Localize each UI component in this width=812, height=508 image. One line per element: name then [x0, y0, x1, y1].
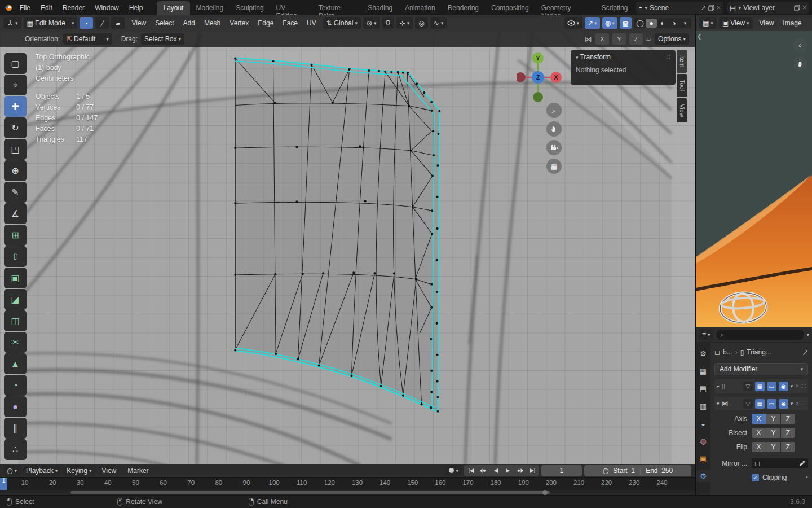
image-editor-type-button[interactable]: ▦▾: [699, 17, 717, 29]
pivot-point-selector[interactable]: ⊙▾: [363, 17, 380, 29]
camera-view-icon[interactable]: [546, 140, 562, 155]
tool-button-poly-build[interactable]: ▲: [4, 353, 27, 374]
edit-mode-display-toggle[interactable]: ▽: [743, 399, 753, 409]
end-frame-field[interactable]: End 250: [646, 467, 673, 475]
mirror-object-field[interactable]: ◻: [752, 458, 808, 468]
transform-panel-collapse[interactable]: ▾ Transform: [576, 53, 611, 61]
tool-button-annotate[interactable]: ✎: [4, 182, 27, 203]
workspace-tab[interactable]: UV Editing: [270, 1, 312, 15]
material-shading-button[interactable]: ◐: [657, 19, 668, 28]
properties-options-dropdown[interactable]: ▾: [806, 332, 809, 338]
scrollbar-thumb[interactable]: [70, 491, 550, 494]
scrollbar-knob[interactable]: [542, 490, 548, 495]
flip-x-button[interactable]: X: [752, 442, 766, 452]
realtime-display-toggle[interactable]: ▭: [767, 399, 776, 409]
workspace-tab[interactable]: Sculpting: [230, 1, 270, 15]
properties-search-input[interactable]: ⌕: [716, 330, 805, 340]
shading-dropdown[interactable]: ▾: [679, 20, 691, 27]
topbar-menu[interactable]: Window: [90, 2, 124, 14]
snap-settings[interactable]: ⊹▾: [396, 17, 413, 29]
viewport-menu[interactable]: Mesh: [200, 17, 225, 29]
tool-button-extrude-region[interactable]: ⇧: [4, 246, 27, 267]
keying-menu[interactable]: Keying▾: [63, 465, 95, 476]
tool-button-knife[interactable]: ✂: [4, 332, 27, 353]
play-button[interactable]: [502, 466, 514, 476]
rendered-shading-button[interactable]: ◑: [668, 19, 679, 28]
tool-button-scale[interactable]: ◳: [4, 139, 27, 160]
panel-resize-arrow-icon[interactable]: ❮: [697, 33, 701, 40]
remove-viewlayer-icon[interactable]: ×: [802, 4, 806, 12]
current-frame-field[interactable]: 1: [541, 465, 582, 476]
timeline-marker-menu[interactable]: Marker: [123, 465, 153, 476]
proportional-editing-toggle[interactable]: ◎: [415, 17, 427, 29]
tool-button-bevel[interactable]: ◪: [4, 289, 27, 310]
sidebar-tab[interactable]: Tool: [677, 74, 687, 97]
collapse-icon[interactable]: ▾: [717, 401, 720, 406]
tool-button-rotate[interactable]: ↻: [4, 117, 27, 138]
timeline-ruler[interactable]: 1020304050607080901001101201301401501601…: [0, 477, 695, 490]
timeline-scrollbar[interactable]: [0, 490, 695, 495]
axis-z-button[interactable]: Z: [781, 414, 795, 424]
bisect-x-button[interactable]: X: [752, 428, 766, 438]
image-zoom-icon[interactable]: ⌕: [793, 38, 807, 52]
viewport-menu[interactable]: View: [127, 17, 151, 29]
snap-base-icon[interactable]: ▱: [646, 35, 651, 43]
axis-y-button[interactable]: Y: [766, 414, 780, 424]
viewport-menu[interactable]: Select: [151, 17, 178, 29]
animate-dot-icon[interactable]: •: [806, 474, 808, 481]
drag-handle-icon[interactable]: ∷: [801, 400, 806, 408]
delete-scene-icon[interactable]: ×: [717, 4, 721, 12]
properties-tab-world[interactable]: ◍: [696, 435, 710, 447]
breadcrumb-object[interactable]: b...: [723, 348, 732, 356]
workspace-tab[interactable]: Layout: [157, 1, 189, 15]
image-pan-icon[interactable]: [793, 56, 807, 71]
solid-shading-button[interactable]: ●: [646, 19, 657, 28]
tool-button-inset-faces[interactable]: ▣: [4, 268, 27, 288]
falloff-selector[interactable]: ∿▾: [430, 17, 447, 29]
auto-keying-toggle[interactable]: ▾: [445, 465, 462, 476]
viewlayer-name[interactable]: ViewLayer: [743, 4, 792, 12]
topbar-menu[interactable]: File: [15, 2, 36, 14]
viewport-menu[interactable]: UV: [302, 17, 321, 29]
topbar-menu[interactable]: Edit: [36, 2, 58, 14]
transform-orientation-selector[interactable]: ⇅Global▾: [323, 17, 361, 29]
face-select-mode-button[interactable]: ▰: [111, 17, 125, 29]
properties-tab-output[interactable]: ▤: [696, 382, 710, 395]
blender-logo-icon[interactable]: [3, 3, 14, 12]
workspace-tab[interactable]: Rendering: [442, 1, 485, 15]
navigation-gizmo[interactable]: Y X Z: [517, 52, 562, 104]
bisect-y-button[interactable]: Y: [766, 428, 780, 438]
jump-to-start-button[interactable]: [465, 466, 476, 476]
mirror-y-button[interactable]: Y: [612, 33, 626, 45]
workspace-tab[interactable]: Shading: [361, 1, 399, 15]
mode-selector[interactable]: ▦Edit Mode▾: [24, 17, 78, 29]
edit-mode-display-toggle[interactable]: ▽: [743, 382, 753, 391]
delete-modifier-icon[interactable]: ×: [795, 400, 799, 408]
visibility-dropdown[interactable]: ▾: [564, 17, 583, 29]
workspace-tab[interactable]: Animation: [399, 1, 441, 15]
properties-tab-view-layer[interactable]: ▥: [696, 400, 710, 412]
mirror-z-button[interactable]: Z: [629, 33, 643, 45]
properties-tab-object[interactable]: ▣: [696, 452, 710, 465]
timeline-editor-type-button[interactable]: ◷▾: [3, 465, 20, 476]
drag-handle-icon[interactable]: ∷: [801, 382, 806, 390]
properties-tab-render[interactable]: ▦: [696, 365, 710, 377]
sidebar-tab[interactable]: View: [677, 98, 687, 123]
sidebar-tab[interactable]: Item: [677, 50, 687, 73]
previous-keyframe-button[interactable]: [477, 466, 489, 476]
tool-button-cursor[interactable]: ⌖: [4, 75, 27, 95]
play-reverse-button[interactable]: [489, 466, 501, 476]
properties-tab-tool[interactable]: ⚙: [696, 347, 710, 360]
breadcrumb-modifier[interactable]: Triang...: [747, 348, 771, 356]
image-view-selector[interactable]: ▣ View▾: [719, 17, 753, 29]
viewport-menu[interactable]: Edge: [253, 17, 278, 29]
timeline-view-menu[interactable]: View: [97, 465, 121, 476]
copy-viewlayer-icon[interactable]: [794, 5, 800, 11]
viewport-menu[interactable]: Vertex: [225, 17, 253, 29]
tool-button-shrink-fatten[interactable]: ∴: [4, 439, 27, 460]
tool-button-edge-slide[interactable]: ∥: [4, 418, 27, 439]
flip-y-button[interactable]: Y: [766, 442, 780, 452]
workspace-tab[interactable]: Compositing: [485, 1, 535, 15]
tool-button-transform[interactable]: ⊕: [4, 160, 27, 181]
modifier-extras-dropdown[interactable]: ▾: [791, 401, 793, 406]
